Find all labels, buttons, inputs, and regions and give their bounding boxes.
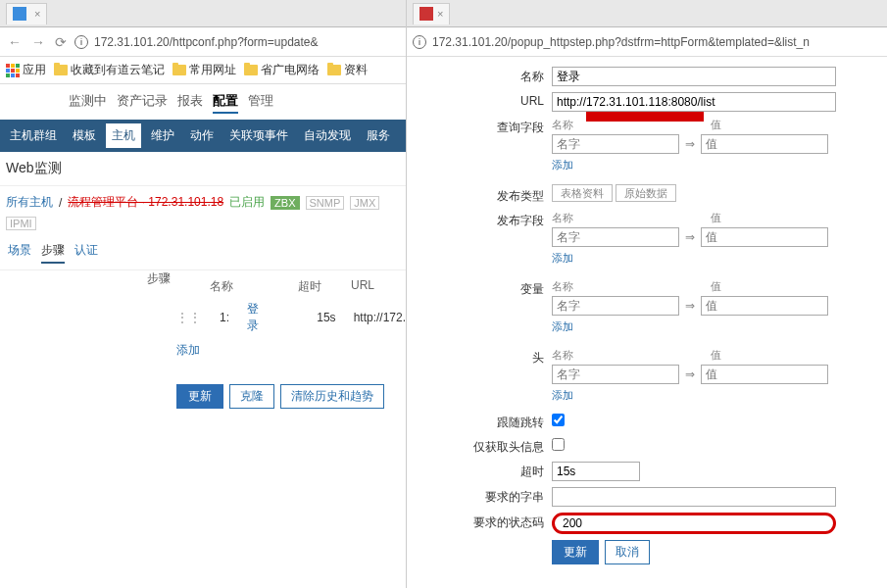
pub-form-button[interactable]: 表格资料: [552, 184, 613, 202]
pair-col-val: 值: [711, 211, 721, 225]
bookmark-common[interactable]: 常用网址: [172, 62, 236, 78]
browser-tab[interactable]: ×: [413, 3, 450, 24]
clear-history-button[interactable]: 清除历史和趋势: [280, 384, 384, 409]
add-header-link[interactable]: 添加: [552, 388, 573, 403]
subnav-templates[interactable]: 模板: [67, 123, 102, 148]
col-timeout: 超时: [298, 278, 321, 295]
close-icon[interactable]: ×: [437, 8, 443, 20]
label-pubtype: 发布类型: [407, 186, 552, 205]
breadcrumb: 所有主机/ 流程管理平台 · 172.31.101.18 已启用 ZBXSNMP…: [0, 186, 406, 238]
folder-icon: [327, 65, 341, 75]
step-form: 名称 URL 查询字段 名称值 ⇒ 添加 发布类型 表格资料 原始数据 发布字段…: [407, 57, 887, 574]
subnav-hostgroups[interactable]: 主机群组: [4, 123, 63, 148]
reqstatus-input[interactable]: [552, 513, 836, 534]
arrow-icon: ⇒: [685, 368, 695, 381]
label-headonly: 仅获取头信息: [407, 437, 552, 456]
tag-jmx: JMX: [350, 196, 379, 210]
reqstr-input[interactable]: [552, 487, 836, 507]
bookmark-bar: 应用 收藏到有道云笔记 常用网址 省广电网络 资料: [0, 57, 406, 84]
bookmark-net[interactable]: 省广电网络: [244, 62, 320, 78]
folder-icon: [244, 65, 258, 75]
update-button[interactable]: 更新: [552, 540, 599, 564]
folder-icon: [172, 65, 186, 75]
add-pub-link[interactable]: 添加: [552, 251, 573, 266]
apps-label: 应用: [23, 62, 46, 78]
favicon-icon: [13, 7, 26, 21]
crumb-all-hosts[interactable]: 所有主机: [6, 194, 53, 211]
label-timeout: 超时: [407, 462, 552, 481]
steps-table: 名称 超时 URL ⋮⋮ 1: 登录 15s http://172. 添加: [0, 270, 406, 367]
pub-name-input[interactable]: [552, 227, 679, 247]
label-headers: 头: [407, 348, 552, 403]
nav-monitor[interactable]: 监测中: [69, 92, 107, 114]
url-input[interactable]: [552, 92, 836, 112]
favicon-icon: [419, 7, 433, 21]
add-step-link[interactable]: 添加: [176, 343, 200, 357]
pub-raw-button[interactable]: 原始数据: [616, 184, 676, 202]
tab-scenario[interactable]: 场景: [8, 242, 31, 264]
update-button[interactable]: 更新: [176, 384, 223, 409]
var-name-input[interactable]: [552, 296, 679, 316]
bookmark-res[interactable]: 资料: [327, 62, 368, 78]
label-pubfields: 发布字段: [407, 211, 552, 266]
label-reqstr: 要求的字串: [407, 487, 552, 507]
add-query-link[interactable]: 添加: [552, 158, 573, 172]
pub-value-input[interactable]: [701, 227, 828, 247]
close-icon[interactable]: ×: [34, 8, 40, 20]
action-buttons: 更新 克隆 清除历史和趋势: [0, 384, 406, 409]
crumb-host[interactable]: 流程管理平台 · 172.31.101.18: [68, 194, 223, 211]
site-info-icon[interactable]: i: [74, 35, 88, 49]
folder-icon: [54, 65, 68, 75]
nav-admin[interactable]: 管理: [248, 92, 273, 114]
tab-steps[interactable]: 步骤: [41, 242, 65, 264]
subnav-maint[interactable]: 维护: [145, 123, 180, 148]
subnav-hosts[interactable]: 主机: [106, 123, 141, 148]
subnav-services[interactable]: 服务: [361, 123, 396, 148]
header-value-input[interactable]: [701, 365, 828, 384]
header-name-input[interactable]: [552, 365, 679, 384]
site-info-icon[interactable]: i: [413, 35, 426, 49]
address-bar[interactable]: 172.31.101.20/httpconf.php?form=update&: [94, 35, 319, 49]
tab-strip: ×: [0, 0, 406, 27]
subnav-correlation[interactable]: 关联项事件: [223, 123, 294, 148]
label-query: 查询字段: [407, 118, 552, 172]
browser-tab[interactable]: ×: [6, 3, 47, 24]
top-nav: 监测中 资产记录 报表 配置 管理: [0, 84, 406, 120]
arrow-icon: ⇒: [685, 299, 695, 313]
var-value-input[interactable]: [701, 296, 828, 316]
drag-handle-icon[interactable]: ⋮⋮: [176, 311, 202, 324]
nav-reports[interactable]: 报表: [177, 92, 203, 114]
headonly-checkbox[interactable]: [552, 438, 565, 451]
row-name[interactable]: 登录: [247, 301, 268, 334]
back-icon[interactable]: ←: [6, 34, 24, 50]
dialog-buttons: 更新 取消: [407, 540, 879, 564]
timeout-input[interactable]: [552, 462, 640, 481]
left-window: × ← → ⟳ i 172.31.101.20/httpconf.php?for…: [0, 0, 407, 588]
follow-checkbox[interactable]: [552, 414, 565, 426]
tab-auth[interactable]: 认证: [74, 242, 98, 264]
cancel-button[interactable]: 取消: [605, 540, 650, 564]
page-title: Web监测: [0, 152, 406, 186]
subnav-discovery[interactable]: 自动发现: [298, 123, 357, 148]
row-url: http://172.: [354, 311, 406, 324]
status-enabled: 已启用: [229, 194, 265, 211]
query-value-input[interactable]: [701, 134, 828, 154]
nav-config[interactable]: 配置: [213, 92, 238, 114]
tag-zbx: ZBX: [271, 196, 299, 210]
reload-icon[interactable]: ⟳: [53, 34, 69, 50]
scenario-tabs: 场景 步骤 认证: [0, 238, 406, 270]
query-name-input[interactable]: [552, 134, 679, 154]
col-url: URL: [351, 278, 374, 295]
label-name: 名称: [407, 67, 552, 86]
address-bar[interactable]: 172.31.101.20/popup_httpstep.php?dstfrm=…: [432, 35, 810, 49]
bookmark-fav[interactable]: 收藏到有道云笔记: [54, 62, 165, 78]
apps-button[interactable]: 应用: [6, 62, 46, 78]
subnav-actions[interactable]: 动作: [184, 123, 220, 148]
browser-toolbar: i 172.31.101.20/popup_httpstep.php?dstfr…: [407, 27, 887, 57]
forward-icon[interactable]: →: [29, 34, 47, 50]
add-var-link[interactable]: 添加: [552, 319, 573, 334]
name-input[interactable]: [552, 67, 836, 86]
sub-nav: 主机群组 模板 主机 维护 动作 关联项事件 自动发现 服务: [0, 120, 406, 152]
clone-button[interactable]: 克隆: [229, 384, 274, 409]
nav-assets[interactable]: 资产记录: [117, 92, 168, 114]
